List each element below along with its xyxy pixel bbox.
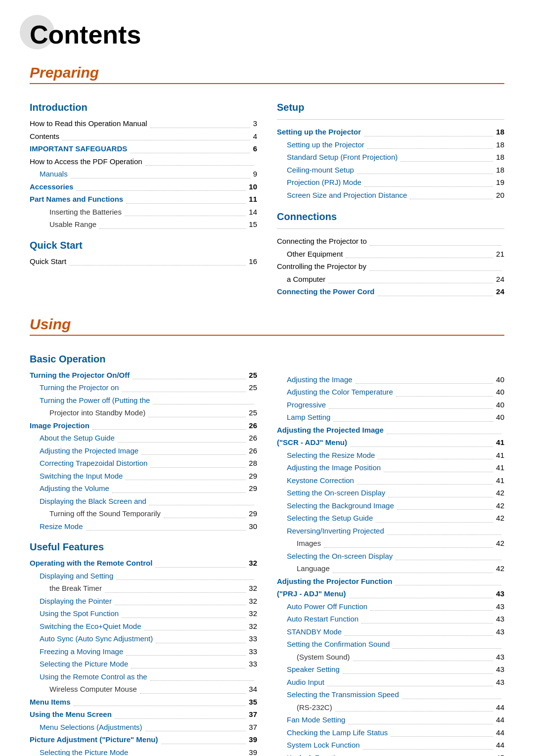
toc-dots (99, 218, 246, 229)
toc-page: 18 (496, 138, 504, 151)
toc-text: (RS-232C) (297, 701, 332, 714)
toc-entry-remote: Operating with the Remote Control 32 (30, 557, 257, 570)
quick-start-header: Quick Start (30, 240, 257, 251)
toc-dots (150, 670, 254, 681)
introduction-header: Introduction (30, 102, 257, 113)
toc-entry-manuals: Manuals 9 (30, 168, 257, 180)
toc-dots (112, 482, 246, 493)
toc-dots (376, 512, 493, 523)
toc-text: Fan Mode Setting (287, 713, 345, 726)
toc-dots (361, 613, 493, 623)
toc-entry-displaying-setting: Displaying and Setting (30, 570, 257, 582)
toc-entry-turn-on: Turning the Projector on 25 (30, 381, 257, 394)
toc-dots (396, 386, 493, 397)
toc-entry-screen-size: Screen Size and Projection Distance 20 (277, 189, 504, 202)
toc-text: Usable Range (49, 218, 96, 231)
toc-page: 25 (249, 369, 257, 382)
toc-dots (402, 688, 501, 699)
toc-page: 42 (496, 562, 504, 575)
toc-text: Checking the Lamp Life Status (287, 726, 388, 739)
toc-dots (346, 248, 493, 259)
toc-text: Projection (PRJ) Mode (287, 176, 361, 189)
toc-dots (367, 138, 493, 149)
toc-text: ("PRJ - ADJ" Menu) (277, 587, 346, 600)
toc-entry-adj-image: Adjusting the Image 40 (277, 373, 504, 386)
toc-entry-connecting-proj: Connecting the Projector to (277, 235, 504, 248)
toc-page: 44 (496, 726, 504, 739)
toc-entry-onscreen-lang-line1: Selecting the On-screen Display (277, 550, 504, 563)
toc-text: Menu Selections (Adjustments) (40, 721, 142, 734)
toc-text: How to Access the PDF Operation (30, 155, 142, 168)
toc-entry-break-timer: the Break Timer 32 (30, 582, 257, 595)
toc-entry-freeze: Freezing a Moving Image 33 (30, 645, 257, 658)
preparing-left-col: Introduction How to Read this Operation … (30, 93, 257, 301)
toc-text: Manuals (40, 168, 68, 180)
toc-entry-safeguards: IMPORTANT SAFEGUARDS 6 (30, 142, 257, 155)
toc-dots (400, 151, 493, 162)
toc-entry-sound-temp: Turning off the Sound Temporarily 29 (30, 507, 257, 520)
toc-entry-rs232c: (RS-232C) 44 (277, 701, 504, 714)
toc-dots (145, 721, 246, 732)
toc-page: 32 (249, 595, 257, 608)
toc-page: 26 (249, 432, 257, 445)
toc-entry-scr-adj-line2: ("SCR - ADJ" Menu) 41 (277, 436, 504, 449)
toc-text: Speaker Setting (287, 663, 340, 676)
toc-page: 30 (249, 520, 257, 533)
toc-text: About the Setup Guide (40, 432, 115, 445)
toc-dots (105, 582, 246, 593)
toc-entry-turn-off-line2: Projector into Standby Mode) 25 (30, 406, 257, 419)
toc-text: Language (297, 562, 330, 575)
toc-page: 44 (496, 713, 504, 726)
toc-dots (387, 525, 501, 535)
toc-entry-auto-sync: Auto Sync (Auto Sync Adjustment) 33 (30, 632, 257, 645)
toc-text: Selecting the On-screen Display (287, 550, 393, 563)
toc-entry-quick-start: Quick Start 16 (30, 255, 257, 268)
toc-dots (148, 406, 246, 417)
toc-text: Wireless Computer Mouse (49, 683, 137, 696)
toc-text: Accessories (30, 180, 73, 193)
toc-text: Selecting the Transmission Speed (287, 688, 399, 701)
toc-entry-setup-proj2: Setting up the Projector 18 (277, 138, 504, 151)
toc-dots (335, 701, 493, 712)
toc-entry-progressive: Progressive 40 (277, 399, 504, 411)
toc-entry-adj-proj: Adjusting the Projected Image 26 (30, 445, 257, 457)
toc-text: Adjusting the Projected Image (40, 445, 138, 457)
toc-text: Adjusting the Color Temperature (287, 386, 393, 399)
toc-entry-speaker: Speaker Setting 43 (277, 663, 504, 676)
toc-text: the Break Timer (49, 582, 102, 595)
toc-page: 21 (496, 248, 504, 261)
toc-entry-scr-adj-line1: Adjusting the Projected Image (277, 424, 504, 437)
toc-dots (62, 130, 250, 141)
toc-text: Ceiling-mount Setup (287, 164, 354, 177)
toc-entry-menu-selections: Menu Selections (Adjustments) 37 (30, 721, 257, 734)
toc-page: 10 (249, 180, 257, 193)
toc-page: 42 (496, 487, 504, 499)
toc-entry-usable-range: Usable Range 15 (30, 218, 257, 231)
toc-dots (71, 168, 250, 178)
toc-dots (130, 142, 250, 153)
preparing-label: Preparing (30, 64, 504, 84)
toc-page: 41 (496, 461, 504, 474)
toc-dots (133, 369, 246, 380)
toc-page: 29 (249, 482, 257, 495)
toc-text: Keystone Correction (287, 474, 354, 487)
toc-page: 18 (496, 126, 504, 138)
toc-page: 42 (496, 499, 504, 512)
toc-dots (393, 638, 501, 649)
toc-entry-keylock: Keylock Function 45 (277, 752, 504, 756)
toc-entry-lamp-life: Checking the Lamp Life Status 44 (277, 726, 504, 739)
toc-text: Setting the On-screen Display (287, 487, 385, 499)
toc-dots (155, 557, 246, 568)
toc-dots (387, 424, 501, 435)
toc-page: 14 (249, 206, 257, 219)
toc-text: Quick Start (30, 255, 66, 268)
toc-entry-standard-setup: Standard Setup (Front Projection) 18 (277, 151, 504, 164)
toc-dots (76, 180, 246, 191)
using-right-col: Adjusting the Image 40 Adjusting the Col… (277, 345, 504, 756)
toc-text: Controlling the Projector by (277, 260, 366, 273)
toc-entry-pointer: Displaying the Pointer 32 (30, 595, 257, 608)
toc-dots (346, 752, 493, 756)
toc-dots (324, 537, 493, 548)
toc-dots (131, 658, 246, 668)
toc-text: Progressive (287, 399, 326, 411)
